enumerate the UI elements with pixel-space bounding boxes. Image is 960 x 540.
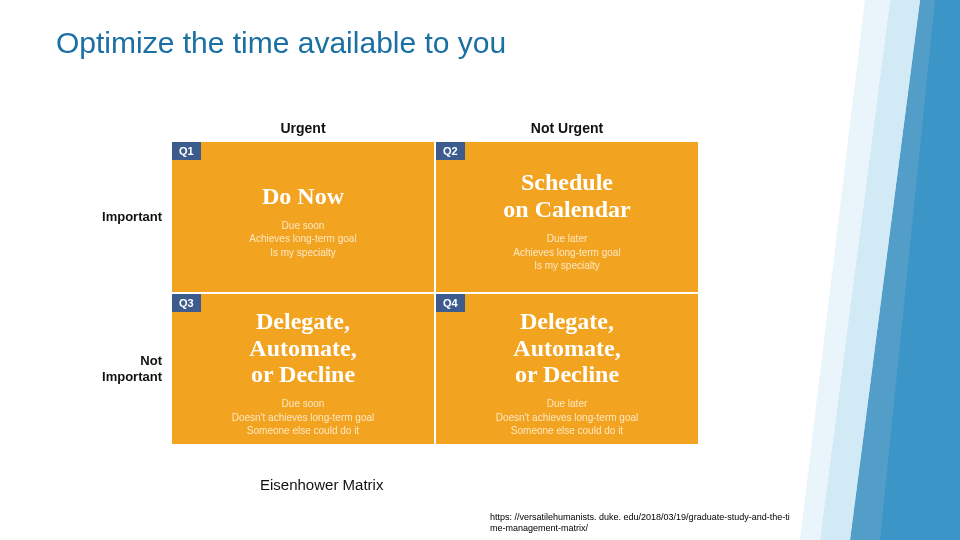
eisenhower-matrix: Urgent Not Urgent Important Q1 Do Now Du… <box>80 116 698 444</box>
row-header-important: Important <box>80 142 170 292</box>
q2-heading: Schedule on Calendar <box>448 169 686 222</box>
svg-marker-0 <box>850 0 960 540</box>
source-citation: https: //versatilehumanists. duke. edu/2… <box>490 512 790 534</box>
column-header-not-urgent: Not Urgent <box>436 116 698 140</box>
q3-heading: Delegate, Automate, or Decline <box>184 308 422 387</box>
q3-badge: Q3 <box>172 294 201 312</box>
quadrant-q3: Q3 Delegate, Automate, or Decline Due so… <box>172 294 434 444</box>
matrix-caption: Eisenhower Matrix <box>260 476 383 493</box>
quadrant-q4: Q4 Delegate, Automate, or Decline Due la… <box>436 294 698 444</box>
column-header-urgent: Urgent <box>172 116 434 140</box>
q4-detail: Due later Doesn't achieves long-term goa… <box>448 397 686 438</box>
q1-detail: Due soon Achieves long-term goal Is my s… <box>184 219 422 260</box>
slide-title: Optimize the time available to you <box>56 26 506 60</box>
row-header-not-important: Not Important <box>80 294 170 444</box>
q1-badge: Q1 <box>172 142 201 160</box>
svg-marker-2 <box>820 0 920 540</box>
q4-heading: Delegate, Automate, or Decline <box>448 308 686 387</box>
q2-detail: Due later Achieves long-term goal Is my … <box>448 232 686 273</box>
quadrant-q1: Q1 Do Now Due soon Achieves long-term go… <box>172 142 434 292</box>
quadrant-q2: Q2 Schedule on Calendar Due later Achiev… <box>436 142 698 292</box>
q2-badge: Q2 <box>436 142 465 160</box>
q3-detail: Due soon Doesn't achieves long-term goal… <box>184 397 422 438</box>
svg-marker-1 <box>880 0 960 540</box>
q4-badge: Q4 <box>436 294 465 312</box>
slide-decoration <box>760 0 960 540</box>
svg-marker-3 <box>800 0 890 540</box>
q1-heading: Do Now <box>184 183 422 209</box>
